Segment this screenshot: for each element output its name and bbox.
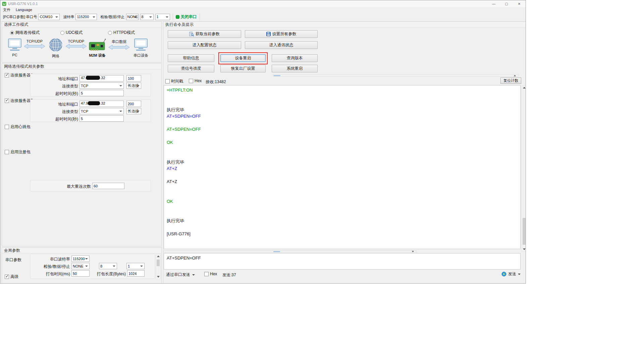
scrollbar-thumb[interactable] — [157, 259, 160, 266]
reconnect-label: 最大重连次数 — [31, 184, 91, 189]
bottom-splitter-scrollbar[interactable] — [164, 250, 417, 252]
server-b-timeout-input[interactable] — [79, 115, 124, 122]
close-serial-port-button[interactable]: 关闭串口 — [181, 14, 197, 20]
query-signal-button[interactable]: 查信号强度 — [168, 65, 214, 72]
top-splitter-scrollbar[interactable] — [273, 74, 519, 76]
scroll-down-icon[interactable] — [156, 275, 160, 279]
enter-config-state-button[interactable]: 进入配置状态 — [168, 41, 241, 49]
baud-value: 115200 — [77, 15, 89, 19]
get-current-params-button[interactable]: 获取当前参数 — [168, 30, 241, 38]
server-b-port-input[interactable] — [126, 101, 141, 107]
server-b-panel: 地址和端口 47.9.32 连接类型 TCP 长连接 超时时间(秒) — [30, 99, 151, 122]
log-scrollbar[interactable] — [522, 85, 526, 252]
advanced-checkbox[interactable]: 高级 — [5, 274, 18, 280]
g-parity-select[interactable]: NONE — [71, 263, 90, 269]
server-b-checkbox[interactable]: 连接服务器B — [5, 98, 33, 104]
work-mode-section: 选择工作模式 网络透传模式 UDC模式 HTTPD模式 PC TCP/UDP 网… — [2, 21, 162, 63]
server-b-keep-value: 长连接 — [128, 109, 139, 114]
server-b-keep-select[interactable]: 长连接 — [126, 108, 141, 114]
scroll-down-icon[interactable] — [522, 247, 526, 251]
com-port-value: COM10 — [40, 15, 52, 19]
server-b-address-input[interactable]: 47.9.32 — [79, 101, 124, 107]
device-restart-button[interactable]: 设备重启 — [220, 54, 266, 62]
register-checkbox[interactable]: 启用注册包 — [5, 149, 31, 155]
address-prefix: 47.9 — [81, 101, 88, 105]
enter-comm-state-button[interactable]: 进入通讯状态 — [245, 41, 318, 49]
log-line — [167, 211, 520, 218]
timestamp-checkbox[interactable]: 时间戳 — [165, 78, 183, 84]
link-pc-net: TCP/UDP — [23, 39, 46, 50]
log-line: 执行完毕 — [167, 218, 520, 224]
radio-icon — [60, 31, 64, 35]
databits-value: 8 — [142, 15, 144, 19]
log-line — [167, 191, 520, 198]
set-all-params-button[interactable]: 设置所有参数 — [245, 30, 318, 38]
heartbeat-checkbox[interactable]: 启用心跳包 — [5, 124, 31, 130]
log-area[interactable]: +HTPFLT:ON 执行完毕AT+SDPEN=OFF AT+SDPEN=OFF… — [164, 85, 521, 249]
sent-count: 发送:37 — [222, 272, 236, 278]
recv-count: 接收:13482 — [206, 79, 226, 85]
recv-hex-label: Hex — [195, 78, 202, 83]
parity-select[interactable]: NONE — [126, 14, 139, 20]
m2m-board-icon — [88, 38, 106, 52]
pack-len-input[interactable] — [127, 270, 145, 277]
server-a-keep-select[interactable]: 长连接 — [126, 82, 141, 89]
g-baud-select[interactable]: 115200 — [71, 255, 90, 262]
g-line-label: 检验/数据/停止 — [31, 264, 70, 270]
g-databits-select[interactable]: 8 — [99, 263, 117, 269]
send-text-area[interactable]: AT+SDPEN=OFF — [164, 253, 521, 270]
address-suffix: .32 — [100, 76, 105, 80]
reconnect-panel: 最大重连次数 — [30, 180, 151, 191]
system-restart-button[interactable]: 系统重启 — [272, 65, 318, 72]
reconnect-input[interactable] — [92, 183, 124, 189]
log-line — [167, 172, 520, 179]
g-stopbits-select[interactable]: 1 — [126, 263, 145, 269]
maximize-button[interactable]: ▢ — [500, 0, 513, 7]
network-node-label: 网络 — [46, 54, 65, 59]
help-info-button[interactable]: 帮助信息 — [168, 54, 214, 62]
server-b-type-select[interactable]: TCP — [79, 108, 124, 114]
close-button[interactable]: ✕ — [513, 0, 526, 7]
server-a-type-select[interactable]: TCP — [79, 82, 124, 89]
scroll-up-icon[interactable] — [156, 254, 160, 258]
button-label: 进入配置状态 — [193, 42, 217, 48]
splitter-thumb[interactable] — [273, 251, 280, 252]
splitter-thumb[interactable] — [274, 75, 280, 76]
log-line: AT+Z — [167, 178, 520, 185]
global-params-scrollbar[interactable] — [156, 254, 161, 279]
server-a-address-input[interactable]: 47..32 — [79, 75, 124, 81]
global-params-section: 全局参数 串口参数 串口波特率 115200 检验/数据/停止 NONE 8 1… — [2, 247, 162, 284]
minimize-button[interactable]: — — [487, 0, 500, 7]
send-hex-checkbox[interactable]: Hex — [204, 272, 217, 276]
send-button[interactable]: 发送 — [501, 271, 521, 277]
link-m2m-serial: 串口数据 — [108, 39, 130, 51]
log-line — [167, 205, 520, 211]
server-a-checkbox[interactable]: 连接服务器A — [5, 72, 33, 78]
send-via-dropdown[interactable]: 通过串口发送 — [166, 272, 195, 278]
log-line: AT+Z — [167, 165, 520, 172]
link-net-m2m-label: TCP/UDP — [65, 39, 87, 43]
recv-hex-checkbox[interactable]: Hex — [189, 78, 202, 83]
baud-select[interactable]: 115200 — [75, 14, 97, 20]
menu-language[interactable]: Language — [16, 8, 32, 12]
databits-select[interactable]: 8 — [140, 14, 154, 20]
scrollbar-thumb[interactable] — [523, 218, 526, 245]
scroll-up-icon[interactable] — [522, 85, 526, 90]
net-params-section: 网络透传模式相关参数 连接服务器A 地址和端口 47..32 连接类型 TCP … — [2, 63, 162, 246]
server-a-port-input[interactable] — [126, 75, 141, 81]
collapse-up-icon[interactable] — [514, 75, 516, 76]
mode-net-radio[interactable]: 网络透传模式 — [10, 30, 40, 36]
reset-count-button[interactable]: 复位计数 — [500, 77, 521, 84]
pack-time-input[interactable] — [71, 270, 90, 277]
mode-httpd-radio[interactable]: HTTPD模式 — [108, 30, 135, 36]
server-a-timeout-input[interactable] — [79, 90, 124, 96]
mode-udc-radio[interactable]: UDC模式 — [60, 30, 83, 36]
log-line: OK — [167, 198, 520, 205]
factory-reset-button[interactable]: 恢复出厂设置 — [220, 65, 266, 72]
com-port-select[interactable]: COM10 — [38, 14, 60, 20]
log-line: AT+SDPEN=OFF — [167, 113, 520, 120]
stopbits-select[interactable]: 1 — [155, 14, 170, 20]
collapse-down-icon[interactable] — [412, 251, 414, 252]
query-version-button[interactable]: 查询版本 — [272, 54, 318, 62]
menu-file[interactable]: 文件 — [3, 7, 10, 12]
